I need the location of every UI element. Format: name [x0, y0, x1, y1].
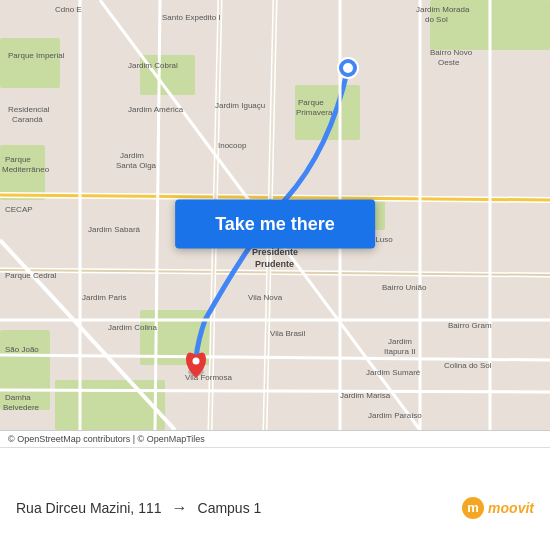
svg-text:Cdno E: Cdno E [55, 5, 82, 14]
svg-text:Jardim Sabará: Jardim Sabará [88, 225, 141, 234]
route-bar: Rua Dirceu Mazini, 111 → Campus 1 m moov… [0, 448, 550, 550]
svg-text:Jardim Colina: Jardim Colina [108, 323, 157, 332]
svg-text:Vila Nova: Vila Nova [248, 293, 283, 302]
svg-text:Jardim Cobral: Jardim Cobral [128, 61, 178, 70]
svg-text:Parque: Parque [5, 155, 31, 164]
svg-point-70 [343, 63, 353, 73]
svg-text:Carandá: Carandá [12, 115, 43, 124]
moovit-label: moovit [488, 500, 534, 516]
svg-text:Itapura II: Itapura II [384, 347, 416, 356]
svg-text:Colina do Sol: Colina do Sol [444, 361, 492, 370]
moovit-m-icon: m [462, 497, 484, 519]
svg-text:Jardim Marisa: Jardim Marisa [340, 391, 391, 400]
svg-text:São João: São João [5, 345, 39, 354]
svg-text:Santo Expedito I: Santo Expedito I [162, 13, 221, 22]
svg-text:Damha: Damha [5, 393, 31, 402]
svg-text:Belvedere: Belvedere [3, 403, 40, 412]
svg-text:Prudente: Prudente [255, 259, 294, 269]
arrow-icon: → [172, 499, 188, 517]
svg-text:Bairro União: Bairro União [382, 283, 427, 292]
svg-text:Parque Imperial: Parque Imperial [8, 51, 65, 60]
take-me-there-button[interactable]: Take me there [175, 199, 375, 248]
attribution-bar: © OpenStreetMap contributors | © OpenMap… [0, 430, 550, 447]
svg-text:do Sol: do Sol [425, 15, 448, 24]
svg-text:Oeste: Oeste [438, 58, 460, 67]
svg-rect-8 [55, 380, 165, 430]
svg-text:CECAP: CECAP [5, 205, 33, 214]
svg-text:Jardim Morada: Jardim Morada [416, 5, 470, 14]
svg-text:Primavera: Primavera [296, 108, 333, 117]
svg-text:Presidente: Presidente [252, 247, 298, 257]
svg-text:Vila Brasil: Vila Brasil [270, 329, 306, 338]
svg-text:Jardim Sumaré: Jardim Sumaré [366, 368, 421, 377]
origin-text: Rua Dirceu Mazini, 111 [16, 500, 162, 516]
svg-text:Parque: Parque [298, 98, 324, 107]
svg-text:Jardim América: Jardim América [128, 105, 184, 114]
svg-text:Jardim: Jardim [120, 151, 144, 160]
svg-text:Santa Olga: Santa Olga [116, 161, 157, 170]
svg-text:Jardim Paris: Jardim Paris [82, 293, 126, 302]
svg-text:Jardim Iguaçu: Jardim Iguaçu [215, 101, 265, 110]
svg-text:Inocoop: Inocoop [218, 141, 247, 150]
destination-text: Campus 1 [198, 500, 262, 516]
map-container: Cdno E Santo Expedito I Jardim Morada do… [0, 0, 550, 430]
svg-text:Parque Cedral: Parque Cedral [5, 271, 57, 280]
svg-text:Mediterrâneo: Mediterrâneo [2, 165, 50, 174]
attribution-text: © OpenStreetMap contributors | © OpenMap… [8, 434, 205, 444]
svg-text:Jardim: Jardim [388, 337, 412, 346]
moovit-logo: m moovit [462, 497, 534, 519]
bottom-bar: Rua Dirceu Mazini, 111 → Campus 1 m moov… [0, 447, 550, 550]
svg-rect-1 [0, 38, 60, 88]
svg-text:Jardim Paraíso: Jardim Paraíso [368, 411, 422, 420]
svg-text:Bairro Novo: Bairro Novo [430, 48, 473, 57]
svg-point-72 [193, 358, 200, 365]
svg-text:Residencial: Residencial [8, 105, 50, 114]
svg-line-20 [0, 390, 550, 392]
svg-text:Bairro Gram: Bairro Gram [448, 321, 492, 330]
